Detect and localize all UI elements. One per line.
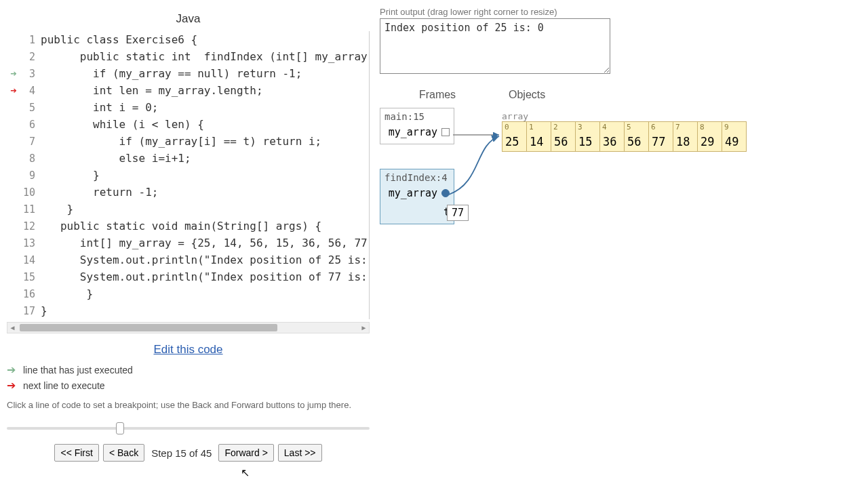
output-label: Print output (drag lower right corner to… bbox=[380, 7, 861, 17]
array-cell: 718 bbox=[673, 122, 698, 152]
prev-line-legend: line that has just executed bbox=[23, 365, 133, 375]
objects-header: Objects bbox=[495, 89, 545, 101]
array-cell: 315 bbox=[576, 122, 600, 152]
forward-button[interactable]: Forward > bbox=[218, 444, 273, 462]
array-cell: 436 bbox=[600, 122, 625, 152]
code-line[interactable]: 14 System.out.println("Index position of… bbox=[7, 251, 369, 268]
code-line[interactable]: 17} bbox=[7, 302, 369, 319]
code-line[interactable]: 8 else i=i+1; bbox=[7, 150, 369, 167]
scroll-right-icon[interactable]: ► bbox=[359, 323, 369, 333]
code-line[interactable]: 9 } bbox=[7, 167, 369, 184]
first-button[interactable]: << First bbox=[54, 444, 98, 462]
frame-main-var: my_array bbox=[389, 126, 437, 138]
code-line[interactable]: 2 public static int findIndex (int[] my_… bbox=[7, 48, 369, 65]
frames-header: Frames bbox=[380, 89, 495, 101]
code-line[interactable]: 16 } bbox=[7, 285, 369, 302]
pointer-dot-icon bbox=[441, 128, 450, 136]
array-cell: 556 bbox=[625, 122, 649, 152]
pointer-dot-icon bbox=[441, 189, 450, 197]
frame-main: main:15 my_array bbox=[380, 108, 454, 144]
array-cell: 949 bbox=[722, 122, 747, 152]
frame-find-title: findIndex:4 bbox=[384, 172, 450, 183]
code-line[interactable]: 13 int[] my_array = {25, 14, 56, 15, 36,… bbox=[7, 235, 369, 251]
next-line-arrow-icon: ➔ bbox=[7, 379, 19, 392]
code-line[interactable]: ➔4 int len = my_array.length; bbox=[7, 82, 369, 99]
array-cell: 256 bbox=[551, 122, 576, 152]
prev-line-arrow-icon: ➔ bbox=[7, 363, 19, 376]
output-box[interactable]: Index position of 25 is: 0 bbox=[380, 18, 610, 74]
code-line[interactable]: 11 } bbox=[7, 201, 369, 218]
code-line[interactable]: 1public class Exercise6 { bbox=[7, 31, 369, 48]
step-slider[interactable] bbox=[7, 421, 370, 434]
last-button[interactable]: Last >> bbox=[278, 444, 322, 462]
code-horizontal-scrollbar[interactable]: ◄ ► bbox=[7, 322, 370, 333]
array-label: array bbox=[502, 111, 528, 121]
edit-code-link[interactable]: Edit this code bbox=[153, 343, 222, 356]
slider-thumb[interactable] bbox=[116, 422, 124, 434]
code-line[interactable]: 5 int i = 0; bbox=[7, 99, 369, 116]
breakpoint-hint: Click a line of code to set a breakpoint… bbox=[7, 400, 370, 410]
code-line[interactable]: 6 while (i < len) { bbox=[7, 116, 369, 133]
array-object: 025114256315436556677718829949 bbox=[502, 121, 747, 152]
visualization-area: main:15 my_array findIndex:4 my_array t … bbox=[380, 108, 861, 311]
step-counter: Step 15 of 45 bbox=[149, 447, 214, 459]
code-listing[interactable]: 1public class Exercise6 {2 public static… bbox=[7, 31, 370, 319]
scroll-left-icon[interactable]: ◄ bbox=[7, 323, 18, 333]
back-button[interactable]: < Back bbox=[103, 444, 144, 462]
next-line-legend: next line to execute bbox=[23, 380, 105, 391]
frame-main-title: main:15 bbox=[384, 111, 450, 122]
array-cell: 025 bbox=[502, 122, 527, 152]
language-header: Java bbox=[7, 7, 370, 31]
array-cell: 677 bbox=[649, 122, 673, 152]
code-line[interactable]: 10 return -1; bbox=[7, 184, 369, 201]
code-line[interactable]: 12 public static void main(String[] args… bbox=[7, 218, 369, 235]
array-cell: 829 bbox=[698, 122, 722, 152]
code-line[interactable]: 7 if (my_array[i] == t) return i; bbox=[7, 133, 369, 150]
frame-find-var1: my_array bbox=[389, 187, 437, 199]
code-line[interactable]: ➔3 if (my_array == null) return -1; bbox=[7, 65, 369, 82]
array-cell: 114 bbox=[527, 122, 551, 152]
scroll-thumb[interactable] bbox=[20, 324, 277, 331]
code-line[interactable]: 15 System.out.println("Index position of… bbox=[7, 268, 369, 285]
t-value-box: 77 bbox=[447, 205, 469, 221]
frame-findindex: findIndex:4 my_array t 77 bbox=[380, 169, 454, 224]
